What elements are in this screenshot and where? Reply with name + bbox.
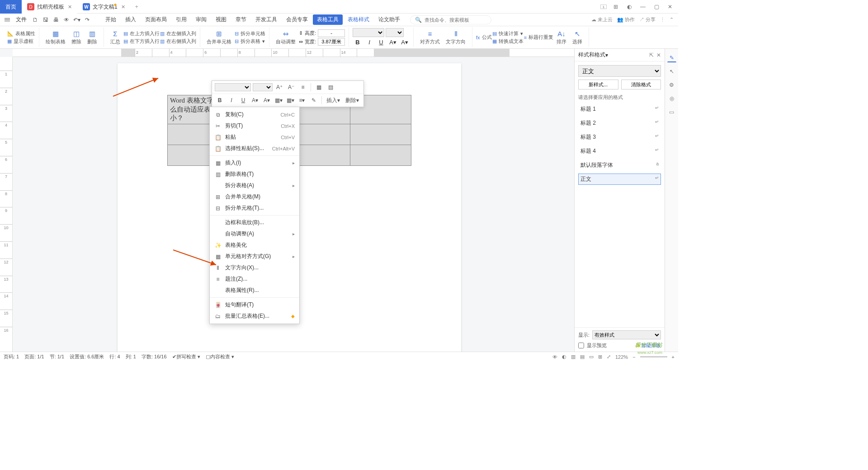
italic-button[interactable]: I — [364, 38, 374, 47]
vertical-ruler[interactable]: 1234 5678 9101112 13141516 — [0, 57, 13, 352]
ctx-table-properties[interactable]: 表格属性(R)... — [210, 285, 299, 296]
cloud-icon[interactable]: ☁ 未上云 — [591, 16, 613, 23]
pin-icon[interactable]: ⇱ — [649, 52, 654, 58]
current-style-select[interactable]: 正文 — [578, 65, 661, 77]
ctx-caption[interactable]: ≡题注(Z)... — [210, 273, 299, 285]
insert-col-left-button[interactable]: ▥在左侧插入列 — [160, 30, 196, 37]
tab-view[interactable]: 视图 — [212, 14, 231, 25]
float-fill-button[interactable]: ▦▾ — [274, 96, 283, 105]
style-item-default-font[interactable]: 默认段落字体a — [578, 160, 661, 171]
zoom-out-icon[interactable]: − — [632, 354, 635, 360]
apps-icon[interactable]: ⊞ — [611, 2, 620, 11]
sidetab-book-icon[interactable]: ▭ — [667, 108, 676, 117]
close-icon[interactable]: ✕ — [121, 4, 125, 10]
more-icon[interactable]: ⋮ — [660, 17, 665, 23]
float-italic-button[interactable]: I — [226, 96, 236, 105]
insert-row-below-button[interactable]: ▤在下方插入行 — [123, 38, 160, 45]
float-size-select[interactable] — [253, 83, 273, 91]
auto-adjust-button[interactable]: ⇔自动调整 — [273, 30, 298, 45]
search-input[interactable] — [425, 17, 487, 23]
height-control[interactable]: ⇕高度: — [299, 29, 345, 37]
table-props-button[interactable]: 📐表格属性 — [7, 30, 35, 37]
tab-page-layout[interactable]: 页面布局 — [141, 14, 171, 25]
ctx-border-shading[interactable]: 边框和底纹(B)... — [210, 217, 299, 228]
formula-button[interactable]: fx公式 — [476, 34, 492, 41]
status-night-icon[interactable]: ◐ — [562, 354, 566, 360]
float-align-button[interactable]: ≡▾ — [297, 96, 307, 105]
delete-button[interactable]: ▥删除 — [85, 30, 100, 45]
select-button[interactable]: ↖选择 — [570, 30, 585, 45]
float-border-button[interactable]: ▦▾ — [285, 96, 295, 105]
erase-button[interactable]: ◫擦除 — [69, 30, 84, 45]
tab-home[interactable]: 首页 — [0, 0, 22, 14]
clear-format-button[interactable]: 清除格式 — [621, 80, 661, 89]
ctx-insert[interactable]: ▦插入(I)▸ — [210, 157, 299, 169]
file-menu[interactable]: 文件 — [13, 15, 29, 24]
width-control[interactable]: ⇔宽度: — [299, 38, 345, 46]
height-input[interactable] — [318, 29, 345, 37]
float-insert-cell-icon[interactable]: ▤ — [326, 83, 335, 92]
show-select[interactable]: 有效样式 — [592, 330, 661, 339]
draw-table-button[interactable]: ▦绘制表格 — [43, 30, 68, 45]
close-icon[interactable]: ✕ — [68, 4, 72, 10]
font-family-select[interactable] — [353, 28, 384, 37]
tab-devtools[interactable]: 开发工具 — [251, 14, 281, 25]
merge-cells-button[interactable]: ⊞合并单元格 — [204, 30, 234, 45]
command-search[interactable]: 🔍 — [410, 15, 491, 24]
style-item-body[interactable]: 正文↵ — [578, 174, 661, 185]
ctx-auto-adjust[interactable]: 自动调整(A)▸ — [210, 228, 299, 240]
sidetab-styles-icon[interactable]: ✎ — [667, 53, 676, 62]
qa-print-icon[interactable]: 🖶 — [52, 15, 61, 24]
close-window-icon[interactable]: ✕ — [665, 2, 675, 11]
status-wordcount[interactable]: 字数: 16/16 — [142, 353, 167, 360]
minimize-icon[interactable]: — — [638, 2, 647, 11]
ctx-delete-table[interactable]: ▥删除表格(T) — [210, 169, 299, 180]
summary-button[interactable]: Σ汇总 — [108, 30, 123, 45]
zoom-level[interactable]: 122% — [615, 354, 628, 360]
repeat-header-button[interactable]: ≡标题行重复 — [524, 34, 553, 41]
status-view3-icon[interactable]: ▭ — [589, 354, 594, 360]
ctx-merge-cells[interactable]: ⊞合并单元格(M) — [210, 191, 299, 202]
sidetab-location-icon[interactable]: ◎ — [667, 94, 676, 103]
float-font-select[interactable] — [215, 83, 251, 91]
qa-redo-icon[interactable]: ↷ — [83, 15, 92, 24]
float-fontcolor-button[interactable]: A▾ — [262, 96, 272, 105]
status-page-num[interactable]: 页码: 1 — [4, 353, 19, 360]
float-insert-table-icon[interactable]: ▦ — [314, 83, 324, 92]
style-item-h2[interactable]: 标题 2↵ — [578, 118, 661, 129]
grow-font-icon[interactable]: A⁺ — [274, 83, 284, 92]
panel-close-icon[interactable]: ✕ — [656, 52, 661, 58]
ctx-batch-summary[interactable]: 🗂批量汇总表格(E)...◆ — [210, 310, 299, 322]
qa-preview-icon[interactable]: 👁 — [62, 15, 71, 24]
float-insert-button[interactable]: 插入▾ — [325, 96, 342, 105]
tab-template[interactable]: D 找稻壳模板 ✕ — [22, 0, 77, 14]
hamburger-icon[interactable] — [5, 18, 10, 21]
preview-checkbox[interactable] — [578, 343, 584, 348]
shrink-font-icon[interactable]: A⁻ — [286, 83, 296, 92]
show-grid-button[interactable]: ▦显示虚框 — [7, 38, 35, 45]
share-icon[interactable]: ↗ 分享 — [639, 16, 656, 23]
ctx-table-beauty[interactable]: ✨表格美化 — [210, 240, 299, 251]
float-bold-button[interactable]: B — [215, 96, 225, 105]
tab-review[interactable]: 审阅 — [192, 14, 211, 25]
font-color-button[interactable]: A▾ — [388, 38, 398, 47]
float-highlight-button[interactable]: A▾ — [250, 96, 260, 105]
tab-member[interactable]: 会员专享 — [282, 14, 312, 25]
status-view1-icon[interactable]: ▥ — [571, 354, 576, 360]
float-underline-button[interactable]: U — [238, 96, 248, 105]
sidetab-settings-icon[interactable]: ⚙ — [667, 80, 676, 89]
tab-reference[interactable]: 引用 — [172, 14, 191, 25]
width-input[interactable] — [318, 38, 345, 46]
ctx-paste[interactable]: 📋粘贴Ctrl+V — [210, 132, 299, 143]
status-content-check[interactable]: ▢内容检查 ▾ — [206, 353, 234, 360]
sort-button[interactable]: A↓排序 — [554, 30, 569, 45]
tab-chapter[interactable]: 章节 — [231, 14, 250, 25]
new-style-button[interactable]: 新样式... — [578, 80, 618, 89]
quick-calc-button[interactable]: ▤快速计算▾ — [492, 30, 524, 37]
horizontal-ruler[interactable]: 24 68 1012 14 — [13, 49, 574, 57]
tab-add[interactable]: + — [131, 0, 143, 14]
tab-document[interactable]: W 文字文稿1 ● ✕ — [77, 0, 131, 14]
maximize-icon[interactable]: ▢ — [652, 2, 661, 11]
float-format-painter-icon[interactable]: ✎ — [309, 96, 319, 105]
qa-save-icon[interactable]: 🖫 — [41, 15, 50, 24]
